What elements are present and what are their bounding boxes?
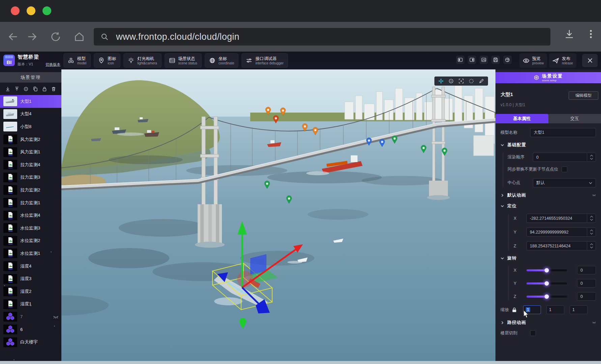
scale-input[interactable]: 1 bbox=[523, 305, 541, 314]
scene-list-item[interactable]: 拉力监测4 bbox=[0, 158, 61, 171]
scene-list-item[interactable]: 水位监测4 bbox=[0, 209, 61, 222]
tab-interaction[interactable]: 交互 bbox=[548, 114, 601, 123]
trash-icon[interactable] bbox=[51, 86, 56, 92]
maximize-window-button[interactable] bbox=[42, 6, 51, 15]
save-icon[interactable] bbox=[491, 56, 500, 64]
toolbar-item-coordinate[interactable]: 坐标coordinate bbox=[205, 53, 239, 68]
file-thumbnail bbox=[3, 160, 17, 170]
close-window-button[interactable] bbox=[11, 6, 20, 15]
stepper-icon[interactable] bbox=[587, 153, 596, 162]
scene-list-item[interactable]: 水位监测1 bbox=[0, 247, 61, 260]
draw-icon[interactable] bbox=[479, 79, 484, 84]
panel-left-icon[interactable] bbox=[456, 56, 464, 64]
rotate-icon[interactable] bbox=[449, 79, 454, 84]
scene-list-item[interactable]: 拉力监测3 bbox=[0, 171, 61, 184]
slider-thumb[interactable] bbox=[545, 268, 549, 272]
eye-closed-icon[interactable] bbox=[592, 321, 596, 325]
copy-icon[interactable] bbox=[33, 86, 38, 92]
rotation-slider[interactable] bbox=[526, 269, 567, 271]
scale-input[interactable]: 1 bbox=[546, 305, 564, 314]
scene-list-item[interactable]: 湿度2 bbox=[0, 285, 61, 298]
position-input[interactable]: 188.25437521146424 bbox=[526, 241, 587, 250]
close-icon[interactable] bbox=[582, 54, 598, 67]
eye-closed-icon[interactable] bbox=[592, 193, 596, 197]
slider-thumb[interactable] bbox=[545, 294, 549, 299]
globe-icon[interactable] bbox=[503, 56, 512, 64]
rotation-slider[interactable] bbox=[526, 282, 567, 284]
scene-list-item[interactable]: 7 bbox=[0, 310, 61, 323]
position-input[interactable]: -282.27146551950324 bbox=[526, 214, 587, 223]
url-bar[interactable]: www.frontop.cloud/cloud/login bbox=[94, 28, 550, 46]
default-animation-section[interactable]: 默认动画 bbox=[500, 192, 596, 198]
download-icon[interactable] bbox=[564, 29, 575, 44]
move-icon[interactable] bbox=[438, 79, 443, 84]
forward-arrow-icon[interactable] bbox=[26, 31, 38, 42]
scene-list-item[interactable]: 湿度1 bbox=[0, 298, 61, 311]
base-config-section[interactable]: 基础配置 bbox=[500, 142, 596, 148]
reload-icon[interactable] bbox=[50, 31, 61, 42]
rotation-value-input[interactable]: 0 bbox=[577, 266, 596, 274]
rotation-section[interactable]: 旋转 bbox=[500, 255, 596, 261]
scene-list-item[interactable]: 大型1 bbox=[0, 95, 61, 108]
toolbar-item-icon[interactable]: 图标icon bbox=[94, 53, 120, 68]
stepper-icon[interactable] bbox=[587, 214, 596, 223]
scene-list-item[interactable]: 水位监测2 bbox=[0, 235, 61, 247]
back-arrow-icon[interactable] bbox=[7, 31, 19, 42]
rotation-value-input[interactable]: 0 bbox=[577, 279, 596, 287]
stepper-icon[interactable] bbox=[587, 241, 596, 250]
floor-cut-label: 楼层切剖 bbox=[500, 330, 530, 336]
scene-list-item[interactable]: 风力监测2 bbox=[0, 133, 61, 146]
scene-list-item[interactable]: 拉力监测1 bbox=[0, 196, 61, 209]
scene-list-item[interactable]: 大型4 bbox=[0, 108, 61, 121]
stepper-icon[interactable] bbox=[587, 228, 596, 237]
tab-basic-properties[interactable]: 基本属性 bbox=[495, 114, 548, 123]
toolbar-item-interface-debugger[interactable]: 接口调试器interface debugger bbox=[241, 53, 288, 68]
rotation-slider[interactable] bbox=[526, 296, 567, 298]
sync-replace-checkbox[interactable] bbox=[562, 166, 567, 172]
switch-version-link[interactable]: 切换版本 bbox=[46, 62, 60, 67]
scene-list-item[interactable]: 6 bbox=[0, 323, 61, 336]
move-top-icon[interactable] bbox=[14, 86, 20, 92]
scene-list-item[interactable]: 湿度3 bbox=[0, 272, 61, 285]
slider-thumb[interactable] bbox=[545, 281, 549, 285]
position-input[interactable]: 94.22999999999992 bbox=[526, 228, 587, 237]
toolbar-item-model[interactable]: 模型model bbox=[63, 53, 91, 68]
release-button[interactable]: 发布 release bbox=[549, 53, 576, 68]
download-icon[interactable] bbox=[5, 86, 10, 92]
locate-icon[interactable] bbox=[23, 86, 29, 92]
url-text[interactable]: www.frontop.cloud/cloud/login bbox=[116, 32, 239, 42]
image-icon[interactable] bbox=[480, 56, 488, 64]
home-icon[interactable] bbox=[74, 31, 85, 42]
center-point-select[interactable]: 默认 bbox=[533, 178, 596, 187]
lock-icon[interactable] bbox=[42, 86, 47, 92]
toolbar-item-light-camera[interactable]: 灯光相机light&camera bbox=[123, 53, 161, 68]
floor-cut-checkbox[interactable] bbox=[530, 330, 536, 336]
eye-closed-icon[interactable] bbox=[53, 315, 59, 319]
lock-icon[interactable] bbox=[512, 307, 517, 312]
position-section[interactable]: 定位 bbox=[500, 203, 596, 209]
circle-select-icon[interactable] bbox=[469, 79, 474, 84]
render-order-input[interactable]: 0 bbox=[533, 153, 587, 162]
panel-right-icon[interactable] bbox=[468, 56, 476, 64]
rotation-value-input[interactable]: 0 bbox=[577, 292, 596, 301]
minimize-window-button[interactable] bbox=[27, 6, 35, 15]
scene-list-item[interactable]: 小型8 bbox=[0, 120, 61, 133]
preview-button[interactable]: 预览 preview bbox=[519, 53, 547, 68]
focus-icon[interactable] bbox=[459, 79, 464, 84]
scene-list-item[interactable]: 水位监测3 bbox=[0, 222, 61, 235]
scene-list-item[interactable]: 白天楼宇 bbox=[0, 336, 61, 348]
scale-input[interactable]: 1 bbox=[570, 305, 588, 314]
path-animation-section[interactable]: 路径动画 bbox=[500, 320, 596, 326]
render-order-label: 渲染顺序 bbox=[508, 154, 533, 160]
kebab-menu-icon[interactable] bbox=[585, 29, 596, 44]
edit-model-button[interactable]: 编辑模型 bbox=[569, 91, 598, 100]
ship2-thumbnail bbox=[3, 109, 17, 119]
toolbar-item-scene-status[interactable]: 场景状态scene status bbox=[165, 53, 202, 68]
scene-list-item[interactable]: 风力监测1 bbox=[0, 146, 61, 158]
viewport-3d[interactable] bbox=[61, 69, 495, 364]
scene-list-item[interactable]: 湿度4 bbox=[0, 260, 61, 273]
scene-list-item[interactable]: 拉力监测2 bbox=[0, 184, 61, 196]
horizontal-scrollbar[interactable] bbox=[0, 361, 601, 364]
scene-item-label: 风力监测2 bbox=[20, 136, 40, 143]
model-name-input[interactable]: 大型1 bbox=[530, 128, 596, 137]
